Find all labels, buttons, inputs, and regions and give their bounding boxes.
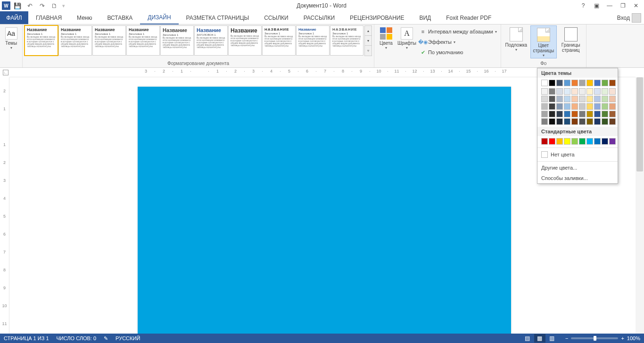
- color-swatch[interactable]: [602, 111, 608, 117]
- style-set-gallery[interactable]: НазваниеЗаголовок 1Во вкладке вставка на…: [25, 25, 372, 56]
- color-swatch[interactable]: [549, 138, 555, 145]
- color-swatch[interactable]: [556, 88, 563, 95]
- fill-effects-button[interactable]: Способы заливки...: [537, 173, 618, 183]
- paragraph-spacing-button[interactable]: ≡ Интервал между абзацами ▾: [418, 26, 499, 37]
- fonts-button[interactable]: A Шрифты ▾: [397, 25, 417, 58]
- style-set-item[interactable]: НазваниеЗаголовок 1Во вкладке вставка на…: [25, 25, 58, 56]
- color-swatch[interactable]: [541, 88, 548, 95]
- color-swatch[interactable]: [549, 80, 555, 86]
- status-word-count[interactable]: ЧИСЛО СЛОВ: 0: [57, 335, 97, 341]
- tab-foxit-pdf[interactable]: Foxit Reader PDF: [438, 11, 499, 24]
- color-swatch[interactable]: [594, 80, 601, 86]
- style-set-item[interactable]: НАЗВАНИЕЗаголовок 1Во вкладке вставка на…: [262, 25, 296, 56]
- color-swatch[interactable]: [586, 118, 593, 125]
- style-set-item[interactable]: НазваниеЗаголовок 1Во вкладке вставка на…: [126, 25, 160, 56]
- ribbon-display-button[interactable]: ▣: [590, 1, 603, 10]
- color-swatch[interactable]: [609, 96, 616, 102]
- color-swatch[interactable]: [549, 103, 555, 110]
- page-borders-button[interactable]: Границы страниц: [558, 25, 584, 58]
- gallery-more-button[interactable]: ▿: [365, 46, 372, 56]
- color-swatch[interactable]: [594, 138, 601, 145]
- status-page[interactable]: СТРАНИЦА 1 ИЗ 1: [4, 335, 49, 341]
- color-swatch[interactable]: [564, 138, 570, 145]
- vertical-scrollbar[interactable]: [636, 77, 644, 334]
- color-swatch[interactable]: [609, 118, 616, 125]
- color-swatch[interactable]: [609, 138, 616, 145]
- color-swatch[interactable]: [571, 96, 578, 102]
- vertical-ruler[interactable]: 2112345678910111213: [0, 77, 9, 334]
- color-swatch[interactable]: [579, 111, 586, 117]
- color-swatch[interactable]: [571, 118, 578, 125]
- zoom-slider[interactable]: [571, 337, 618, 339]
- zoom-slider-thumb[interactable]: [594, 336, 596, 341]
- color-swatch[interactable]: [602, 138, 608, 145]
- color-swatch[interactable]: [609, 111, 616, 117]
- style-set-item[interactable]: НазваниеЗАГОЛОВОК 1Во вкладке вставка на…: [194, 25, 228, 56]
- color-swatch[interactable]: [586, 138, 593, 145]
- style-set-item[interactable]: НАЗВАНИЕЗаголовок 1Во вкладке вставка на…: [330, 25, 363, 56]
- qat-dropdown-icon[interactable]: ▾: [62, 3, 65, 9]
- color-swatch[interactable]: [549, 96, 555, 102]
- color-swatch[interactable]: [609, 103, 616, 110]
- color-swatch[interactable]: [549, 118, 555, 125]
- color-swatch[interactable]: [549, 111, 555, 117]
- zoom-percent[interactable]: 100%: [627, 335, 640, 341]
- qat-new-button[interactable]: 🗋: [49, 0, 59, 11]
- view-web-layout-button[interactable]: ▥: [546, 334, 558, 343]
- style-set-item[interactable]: НазваниеЗаголовок 1Во вкладке вставка на…: [92, 25, 126, 56]
- page-color-button[interactable]: Цвет страницы ▾: [530, 25, 557, 58]
- zoom-out-button[interactable]: −: [565, 335, 568, 341]
- tab-mailings[interactable]: РАССЫЛКИ: [296, 11, 342, 24]
- tab-insert[interactable]: ВСТАВКА: [99, 11, 140, 24]
- view-print-layout-button[interactable]: ▦: [534, 334, 545, 343]
- zoom-in-button[interactable]: +: [621, 335, 624, 341]
- set-as-default-button[interactable]: ✔ По умолчанию: [418, 47, 499, 57]
- window-maximize-button[interactable]: ❐: [617, 1, 629, 10]
- tab-selector[interactable]: ∟: [3, 70, 8, 75]
- help-button[interactable]: ?: [577, 1, 589, 10]
- tab-file[interactable]: ФАЙЛ: [0, 11, 28, 24]
- status-proofing-icon[interactable]: ✎: [104, 335, 108, 342]
- qat-save-button[interactable]: 💾: [12, 0, 23, 11]
- color-swatch[interactable]: [602, 80, 608, 86]
- tab-menu[interactable]: Меню: [69, 11, 99, 24]
- color-swatch[interactable]: [579, 80, 586, 86]
- document-page[interactable]: [138, 87, 511, 334]
- window-close-button[interactable]: ✕: [630, 1, 642, 10]
- window-minimize-button[interactable]: —: [603, 1, 616, 10]
- status-language[interactable]: РУССКИЙ: [116, 335, 140, 341]
- color-swatch[interactable]: [594, 118, 601, 125]
- color-swatch[interactable]: [602, 88, 608, 95]
- color-swatch[interactable]: [609, 80, 616, 86]
- color-swatch[interactable]: [556, 118, 563, 125]
- color-swatch[interactable]: [594, 88, 601, 95]
- tab-view[interactable]: ВИД: [412, 11, 438, 24]
- color-swatch[interactable]: [586, 96, 593, 102]
- color-swatch[interactable]: [586, 111, 593, 117]
- style-set-item[interactable]: НазваниеЗаголовок 1Во вкладке вставка на…: [160, 25, 194, 56]
- color-swatch[interactable]: [571, 80, 578, 86]
- gallery-spinner[interactable]: ▴ ▾ ▿: [364, 25, 372, 56]
- gallery-down-button[interactable]: ▾: [365, 36, 372, 46]
- color-swatch[interactable]: [579, 103, 586, 110]
- color-swatch[interactable]: [564, 96, 570, 102]
- tab-home[interactable]: ГЛАВНАЯ: [28, 11, 69, 24]
- color-swatch[interactable]: [579, 96, 586, 102]
- color-swatch[interactable]: [571, 88, 578, 95]
- style-set-item[interactable]: НазваниеВо вкладке вставка находятся кол…: [228, 25, 262, 56]
- color-swatch[interactable]: [602, 103, 608, 110]
- themes-button[interactable]: Aa Темы ▾: [2, 25, 20, 58]
- more-colors-button[interactable]: Другие цвета...: [537, 163, 618, 173]
- color-swatch[interactable]: [556, 80, 563, 86]
- tab-design[interactable]: ДИЗАЙН: [140, 11, 178, 24]
- scrollbar-thumb[interactable]: [636, 77, 643, 172]
- qat-undo-button[interactable]: ↶: [25, 0, 35, 11]
- style-set-item[interactable]: НазваниеЗаголовок 1Во вкладке вставка на…: [296, 25, 330, 56]
- effects-button[interactable]: �◉ Эффекты ▾: [418, 37, 499, 47]
- qat-redo-button[interactable]: ↷: [37, 0, 47, 11]
- tab-references[interactable]: ССЫЛКИ: [256, 11, 296, 24]
- color-swatch[interactable]: [541, 80, 548, 86]
- color-swatch[interactable]: [586, 80, 593, 86]
- style-set-item[interactable]: НазваниеЗаголовок 1Во вкладке вставка на…: [58, 25, 92, 56]
- color-swatch[interactable]: [594, 111, 601, 117]
